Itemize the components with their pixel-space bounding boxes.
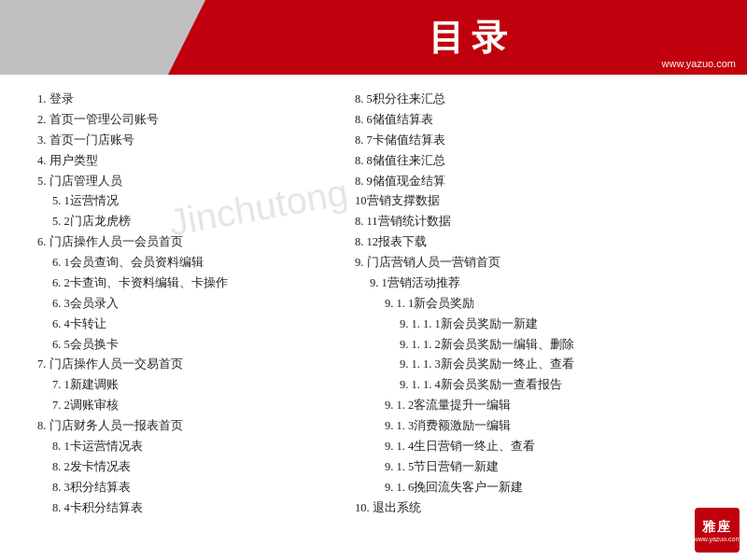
left-menu-item: 4. 用户类型 <box>37 151 336 172</box>
left-menu-item: 8. 3积分结算表 <box>37 478 336 498</box>
left-menu-item: 7. 2调账审核 <box>37 396 336 416</box>
left-menu-item: 3. 首页一门店账号 <box>37 131 336 151</box>
left-menu-item: 5. 2门店龙虎榜 <box>37 212 336 232</box>
right-menu-item: 8. 5积分往来汇总 <box>355 90 719 110</box>
right-menu-item: 10营销支撑数据 <box>355 191 719 212</box>
right-menu-item: 9. 门店营销人员一营销首页 <box>355 253 719 273</box>
right-menu-item: 9. 1. 6挽回流失客户一新建 <box>355 478 719 498</box>
right-column: 8. 5积分往来汇总8. 6储值结算表8. 7卡储值结算表8. 8储值往来汇总8… <box>336 90 719 541</box>
page-title: 目录 <box>429 14 514 62</box>
right-menu-item: 8. 6储值结算表 <box>355 110 719 131</box>
left-menu-item: 6. 4卡转让 <box>37 315 336 335</box>
right-menu-item: 9. 1. 1. 3新会员奖励一终止、查看 <box>355 355 719 375</box>
website-url: www.yazuo.com <box>662 58 736 69</box>
right-menu-item: 8. 11营销统计数据 <box>355 212 719 232</box>
left-column: 1. 登录2. 首页一管理公司账号3. 首页一门店账号4. 用户类型5. 门店管… <box>37 90 336 541</box>
logo-badge: 雅座 www.yazuo.com <box>695 508 740 553</box>
right-menu-item: 9. 1. 4生日营销一终止、查看 <box>355 437 719 457</box>
right-menu-item: 9. 1. 5节日营销一新建 <box>355 457 719 478</box>
left-menu-item: 5. 1运营情况 <box>37 191 336 212</box>
left-menu-item: 5. 门店管理人员 <box>37 172 336 192</box>
left-menu-item: 8. 2发卡情况表 <box>37 457 336 478</box>
left-menu-item: 6. 2卡查询、卡资料编辑、卡操作 <box>37 273 336 294</box>
right-menu-item: 8. 9储值现金结算 <box>355 172 719 192</box>
header: 目录 www.yazuo.com <box>0 0 747 75</box>
left-menu-item: 6. 门店操作人员一会员首页 <box>37 232 336 253</box>
right-menu-item: 9. 1. 1新会员奖励 <box>355 294 719 315</box>
left-menu-item: 6. 3会员录入 <box>37 294 336 315</box>
right-menu-item: 8. 12报表下载 <box>355 232 719 253</box>
left-menu-item: 6. 5会员换卡 <box>37 335 336 356</box>
left-menu-item: 8. 1卡运营情况表 <box>37 437 336 457</box>
right-menu-item: 9. 1. 2客流量提升一编辑 <box>355 396 719 416</box>
left-menu-item: 7. 门店操作人员一交易首页 <box>37 355 336 375</box>
left-menu-item: 8. 4卡积分结算表 <box>37 498 336 519</box>
logo-text2: www.yazuo.com <box>694 536 741 542</box>
right-menu-item: 8. 7卡储值结算表 <box>355 131 719 151</box>
right-menu-item: 9. 1. 1. 4新会员奖励一查看报告 <box>355 375 719 396</box>
right-menu-item: 8. 8储值往来汇总 <box>355 151 719 172</box>
right-menu-item: 10. 退出系统 <box>355 498 719 519</box>
left-menu-item: 8. 门店财务人员一报表首页 <box>37 416 336 437</box>
header-red-bg: 目录 <box>168 0 747 75</box>
right-menu-item: 9. 1. 3消费额激励一编辑 <box>355 416 719 437</box>
content-area: 1. 登录2. 首页一管理公司账号3. 首页一门店账号4. 用户类型5. 门店管… <box>0 75 747 551</box>
left-menu-item: 1. 登录 <box>37 90 336 110</box>
left-menu-item: 6. 1会员查询、会员资料编辑 <box>37 253 336 273</box>
left-menu-item: 2. 首页一管理公司账号 <box>37 110 336 131</box>
right-menu-item: 9. 1. 1. 1新会员奖励一新建 <box>355 315 719 335</box>
right-menu-item: 9. 1. 1. 2新会员奖励一编辑、删除 <box>355 335 719 356</box>
logo-text1: 雅座 <box>702 519 732 536</box>
left-menu-item: 7. 1新建调账 <box>37 375 336 396</box>
right-menu-item: 9. 1营销活动推荐 <box>355 273 719 294</box>
